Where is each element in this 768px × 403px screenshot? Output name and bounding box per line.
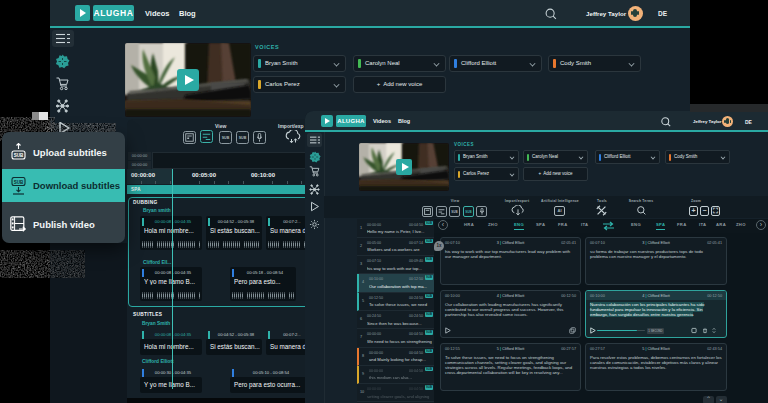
svg-text:SUB: SUB [14,180,24,185]
svg-text:SUB: SUB [14,153,24,158]
